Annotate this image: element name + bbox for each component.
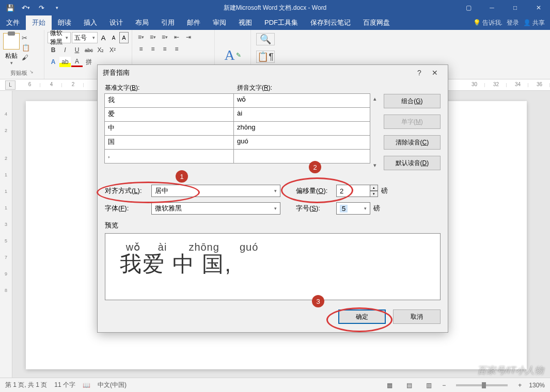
size-input[interactable]: 5▾ xyxy=(336,202,370,215)
pinyin-cell[interactable]: zhōng xyxy=(233,121,370,136)
tab-file[interactable]: 文件 xyxy=(0,15,26,30)
ribbon-display-icon[interactable]: ▢ xyxy=(457,0,480,15)
tab-design[interactable]: 设计 xyxy=(103,15,129,30)
zoom-out-button[interactable]: − xyxy=(442,382,446,389)
tab-review[interactable]: 审阅 xyxy=(207,15,232,30)
pinyin-cell[interactable]: guó xyxy=(233,135,370,150)
align-left-button[interactable]: ≡ xyxy=(135,44,147,54)
replace-button[interactable]: 📋¶ xyxy=(256,51,275,63)
justify-button[interactable]: ≡ xyxy=(171,44,182,54)
numbering-button[interactable]: ≡▾ xyxy=(147,32,159,42)
find-button[interactable]: 🔍 xyxy=(256,33,275,45)
align-right-button[interactable]: ≡ xyxy=(159,44,170,54)
preview-box: wǒ ài zhōngguó 我爱 中 国, xyxy=(105,233,441,300)
offset-spinner[interactable]: ▴▾ xyxy=(370,185,378,197)
align-label: 对齐方式(L): xyxy=(105,186,151,195)
highlight-button[interactable]: ab xyxy=(59,57,71,67)
strike-button[interactable]: abc xyxy=(83,45,95,55)
font-size-select[interactable]: 五号▾ xyxy=(72,32,98,43)
paste-button[interactable]: 粘贴 ▾ xyxy=(3,32,20,66)
indent-dec-button[interactable]: ⇤ xyxy=(171,32,182,42)
font-select[interactable]: 微软雅黑▾ xyxy=(151,202,280,215)
italic-button[interactable]: I xyxy=(59,45,71,55)
proof-icon[interactable]: 📖 xyxy=(83,382,90,389)
save-icon[interactable]: 💾 xyxy=(3,1,18,14)
language-status[interactable]: 中文(中国) xyxy=(98,381,127,389)
tab-selector[interactable]: L xyxy=(5,80,15,90)
dialog-help-button[interactable]: ? xyxy=(412,69,427,77)
size-unit: 磅 xyxy=(373,204,380,213)
base-cell[interactable]: 国 xyxy=(104,135,234,150)
word-count[interactable]: 11 个字 xyxy=(54,381,75,389)
clear-reading-button[interactable]: 清除读音(C) xyxy=(384,135,441,150)
dialog-title: 拼音指南 xyxy=(103,68,130,77)
tab-baidu[interactable]: 百度网盘 xyxy=(357,15,396,30)
tab-insert[interactable]: 插入 xyxy=(77,15,103,30)
font-color-button[interactable]: A xyxy=(71,57,83,67)
pinyin-cell[interactable] xyxy=(233,149,370,164)
underline-button[interactable]: U xyxy=(71,45,83,55)
base-cell[interactable]: 爱 xyxy=(104,107,234,122)
cancel-button[interactable]: 取消 xyxy=(393,309,441,324)
maximize-button[interactable]: □ xyxy=(504,0,527,15)
share-button[interactable]: 👤 共享 xyxy=(523,19,545,27)
pinyin-cell[interactable]: ài xyxy=(233,107,370,122)
web-layout-icon[interactable]: ▥ xyxy=(422,380,435,390)
ok-button[interactable]: 确定 xyxy=(338,309,386,324)
clipboard-group-label: 剪贴板 xyxy=(10,69,27,77)
size-label: 字号(S): xyxy=(296,204,336,213)
pinyin-cell[interactable]: wǒ xyxy=(233,93,370,108)
table-scroll[interactable]: ▴▾ xyxy=(370,94,380,170)
text-effect-button[interactable]: A xyxy=(48,57,59,67)
indent-inc-button[interactable]: ⇥ xyxy=(183,32,194,42)
dialog-close-button[interactable]: ✕ xyxy=(427,69,443,77)
tell-me[interactable]: 💡 告诉我. xyxy=(473,19,502,27)
copy-icon[interactable]: 📋 xyxy=(22,44,30,52)
offset-unit: 磅 xyxy=(381,186,388,195)
page-status[interactable]: 第 1 页, 共 1 页 xyxy=(5,381,47,389)
clear-format-button[interactable]: A xyxy=(119,32,129,43)
undo-icon[interactable]: ↶▾ xyxy=(19,1,33,14)
qat-more-icon[interactable]: ▾ xyxy=(50,1,64,14)
zoom-slider[interactable] xyxy=(456,384,508,386)
bold-button[interactable]: B xyxy=(48,45,59,55)
combine-button[interactable]: 组合(G) xyxy=(384,94,441,108)
base-cell[interactable]: 中 xyxy=(104,121,234,136)
close-button[interactable]: ✕ xyxy=(527,0,550,15)
tab-references[interactable]: 引用 xyxy=(155,15,181,30)
base-cell[interactable]: , xyxy=(104,149,234,164)
tab-view[interactable]: 视图 xyxy=(232,15,258,30)
tab-mail[interactable]: 邮件 xyxy=(181,15,207,30)
decrease-font-button[interactable]: A xyxy=(109,32,118,43)
tab-pdf[interactable]: PDF工具集 xyxy=(258,15,304,30)
login-link[interactable]: 登录 xyxy=(507,19,519,27)
tab-read[interactable]: 朗读 xyxy=(52,15,77,30)
tab-cloud[interactable]: 保存到云笔记 xyxy=(304,15,357,30)
zoom-in-button[interactable]: + xyxy=(518,382,522,389)
title-bar: 💾 ↶▾ ↷ ▾ 新建Microsoft Word 文档.docx - Word… xyxy=(0,0,550,15)
superscript-button[interactable]: X² xyxy=(107,45,118,55)
bullets-button[interactable]: ≡▾ xyxy=(135,32,147,42)
clipboard-launcher-icon[interactable]: ↘ xyxy=(29,69,34,77)
tab-layout[interactable]: 布局 xyxy=(129,15,155,30)
format-painter-icon[interactable]: 🖌 xyxy=(22,54,30,61)
read-mode-icon[interactable]: ▦ xyxy=(383,380,396,390)
cut-icon[interactable]: ✂ xyxy=(22,34,30,42)
tab-home[interactable]: 开始 xyxy=(26,15,52,30)
phonetic-button[interactable]: 拼 xyxy=(83,57,95,67)
subscript-button[interactable]: X₂ xyxy=(95,45,106,55)
align-select[interactable]: 居中▾ xyxy=(151,185,280,197)
multilevel-button[interactable]: ≡▾ xyxy=(159,32,170,42)
minimize-button[interactable]: ─ xyxy=(480,0,504,15)
default-reading-button[interactable]: 默认读音(D) xyxy=(384,156,441,170)
zoom-level[interactable]: 130% xyxy=(529,382,545,389)
style-brush-icon[interactable]: ✎ xyxy=(236,52,241,59)
font-name-select[interactable]: 微软雅黑▾ xyxy=(48,32,71,43)
styles-gallery[interactable]: A xyxy=(224,47,234,63)
base-cell[interactable]: 我 xyxy=(104,93,234,108)
redo-icon[interactable]: ↷ xyxy=(34,1,49,14)
offset-input[interactable]: 2 xyxy=(336,185,370,197)
increase-font-button[interactable]: A xyxy=(99,32,108,43)
align-center-button[interactable]: ≡ xyxy=(147,44,159,54)
print-layout-icon[interactable]: ▤ xyxy=(403,380,415,390)
